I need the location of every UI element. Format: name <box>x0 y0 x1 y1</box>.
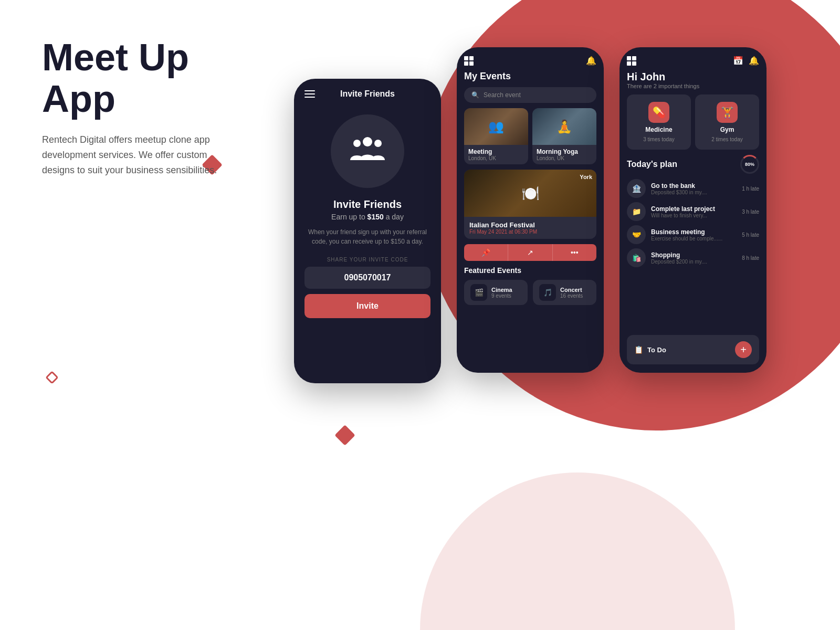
cinema-name: Cinema <box>491 287 512 293</box>
grid-icon[interactable] <box>464 56 474 66</box>
invite-button[interactable]: Invite <box>304 294 430 318</box>
phone2-header: 🔔 <box>464 56 596 66</box>
notification-icon[interactable]: 🔔 <box>749 56 759 66</box>
search-bar[interactable]: 🔍 Search event <box>464 87 596 103</box>
plan-item-shopping[interactable]: 🛍️ Shopping Deposited $200 in my.... 8 h… <box>627 248 759 267</box>
plan-header: Today's plan 80% <box>627 155 759 174</box>
more-action[interactable]: ••• <box>553 244 596 261</box>
invite-title: Invite Friends <box>304 198 430 211</box>
todo-icon: 📋 <box>634 345 643 354</box>
invite-subtitle: Earn up to $150 a day <box>304 213 430 221</box>
invite-description: When your friend sign up with your refer… <box>304 227 430 246</box>
meeting-name: Meeting <box>468 148 524 155</box>
phone1-title: Invite Friends <box>340 89 395 99</box>
svg-point-2 <box>374 140 382 147</box>
todo-left: 📋 To Do <box>634 345 666 354</box>
shopping-icon: 🛍️ <box>627 248 646 267</box>
project-time: 3 h late <box>742 209 759 215</box>
bank-sub: Deposited $300 in my.... <box>651 190 737 195</box>
phone3-grid-icon[interactable] <box>627 56 636 66</box>
concert-count: 16 events <box>560 293 583 299</box>
search-placeholder: Search event <box>484 91 521 99</box>
background-blob-secondary <box>420 472 735 630</box>
featured-concert[interactable]: 🎵 Concert 16 events <box>533 280 596 305</box>
concert-icon: 🎵 <box>539 284 556 301</box>
plan-item-bank[interactable]: 🏦 Go to the bank Deposited $300 in my...… <box>627 179 759 198</box>
event-card-yoga[interactable]: 🧘 Morning Yoga London, UK <box>532 108 596 164</box>
calendar-icon[interactable]: 📅 <box>733 56 743 66</box>
shopping-sub: Deposited $200 in my.... <box>651 259 737 265</box>
yoga-location: London, UK <box>537 155 592 161</box>
people-avatar <box>331 114 404 188</box>
bank-icon: 🏦 <box>627 179 646 198</box>
project-name: Complete last project <box>651 205 737 213</box>
plan-item-project[interactable]: 📁 Complete last project Will have to fin… <box>627 202 759 221</box>
invite-code[interactable]: 0905070017 <box>304 267 430 289</box>
todo-label: To Do <box>647 346 666 354</box>
share-label: SHARE YOUR INVITE CODE <box>304 257 430 262</box>
event-card-meeting[interactable]: 👥 Meeting London, UK <box>464 108 528 164</box>
project-sub: Will have to finish very... <box>651 213 737 218</box>
phone3-header: 📅 🔔 <box>627 56 759 66</box>
shopping-name: Shopping <box>651 251 737 259</box>
health-cards: 💊 Medicine 3 times today 🏋️ Gym 2 times … <box>627 94 759 150</box>
diamond-decoration-3 <box>334 425 355 446</box>
bell-icon[interactable]: 🔔 <box>586 56 596 66</box>
food-festival-name: Italian Food Festival <box>469 221 591 229</box>
greeting-section: Hi John There are 2 important things <box>627 71 759 89</box>
meeting-image: 👥 <box>464 108 528 145</box>
featured-cinema[interactable]: 🎬 Cinema 9 events <box>464 280 528 305</box>
phone-todays-plan: 📅 🔔 Hi John There are 2 important things… <box>620 47 766 373</box>
event-card-food-festival[interactable]: 🍽️ York Italian Food Festival Fri May 24… <box>464 170 596 239</box>
left-section: Meet Up App Rentech Digital offers meetu… <box>42 32 262 178</box>
phone1-nav: Invite Friends <box>304 89 430 99</box>
food-festival-image: 🍽️ <box>464 170 596 217</box>
health-card-medicine[interactable]: 💊 Medicine 3 times today <box>627 94 691 150</box>
progress-circle: 80% <box>740 155 759 174</box>
plan-item-meeting[interactable]: 🤝 Business meeting Exercise should be co… <box>627 225 759 244</box>
bank-name: Go to the bank <box>651 182 737 190</box>
plan-items: 🏦 Go to the bank Deposited $300 in my...… <box>627 179 759 267</box>
phone-invite-friends: Invite Friends <box>294 79 441 383</box>
shopping-info: Shopping Deposited $200 in my.... <box>651 251 737 265</box>
meeting-info: Business meeting Exercise should be comp… <box>651 228 737 242</box>
greeting-subtitle: There are 2 important things <box>627 83 759 89</box>
medicine-sub: 3 times today <box>643 136 674 142</box>
greeting-text: Hi John <box>627 71 759 83</box>
meeting-icon: 🤝 <box>627 225 646 244</box>
event-action-bar: 📌 ↗ ••• <box>464 244 596 261</box>
page-title: Meet Up App <box>42 37 262 120</box>
cinema-icon: 🎬 <box>470 284 487 301</box>
add-todo-button[interactable]: + <box>735 341 752 358</box>
bank-time: 1 h late <box>742 186 759 192</box>
svg-point-0 <box>363 137 372 146</box>
page-description: Rentech Digital offers meetup clone app … <box>42 132 242 177</box>
project-info: Complete last project Will have to finis… <box>651 205 737 218</box>
todo-bar: 📋 To Do + <box>627 335 759 364</box>
share-action[interactable]: ↗ <box>508 244 552 261</box>
food-festival-location: York <box>580 174 592 180</box>
phone2-title: My Events <box>464 71 596 82</box>
pin-action[interactable]: 📌 <box>464 244 508 261</box>
concert-name: Concert <box>560 287 583 293</box>
medicine-name: Medicine <box>645 126 672 133</box>
search-icon: 🔍 <box>471 91 479 99</box>
plan-title: Today's plan <box>627 160 677 169</box>
featured-title: Featured Events <box>464 266 596 275</box>
phone-my-events: 🔔 My Events 🔍 Search event 👥 Meeting Lon… <box>457 47 604 373</box>
people-icon <box>349 134 386 169</box>
svg-point-1 <box>353 140 361 147</box>
yoga-image: 🧘 <box>532 108 596 145</box>
medicine-icon: 💊 <box>648 102 669 123</box>
hamburger-menu[interactable] <box>304 90 315 98</box>
gym-name: Gym <box>720 126 734 133</box>
biz-meeting-sub: Exercise should be comple...... <box>651 236 737 242</box>
health-card-gym[interactable]: 🏋️ Gym 2 times today <box>695 94 759 150</box>
featured-list: 🎬 Cinema 9 events 🎵 Concert 16 events <box>464 280 596 305</box>
phones-container: Invite Friends <box>294 32 798 383</box>
gym-icon: 🏋️ <box>717 102 738 123</box>
events-grid: 👥 Meeting London, UK 🧘 Morning Yoga Lond… <box>464 108 596 164</box>
shopping-time: 8 h late <box>742 255 759 261</box>
biz-meeting-time: 5 h late <box>742 232 759 238</box>
cinema-count: 9 events <box>491 293 512 299</box>
